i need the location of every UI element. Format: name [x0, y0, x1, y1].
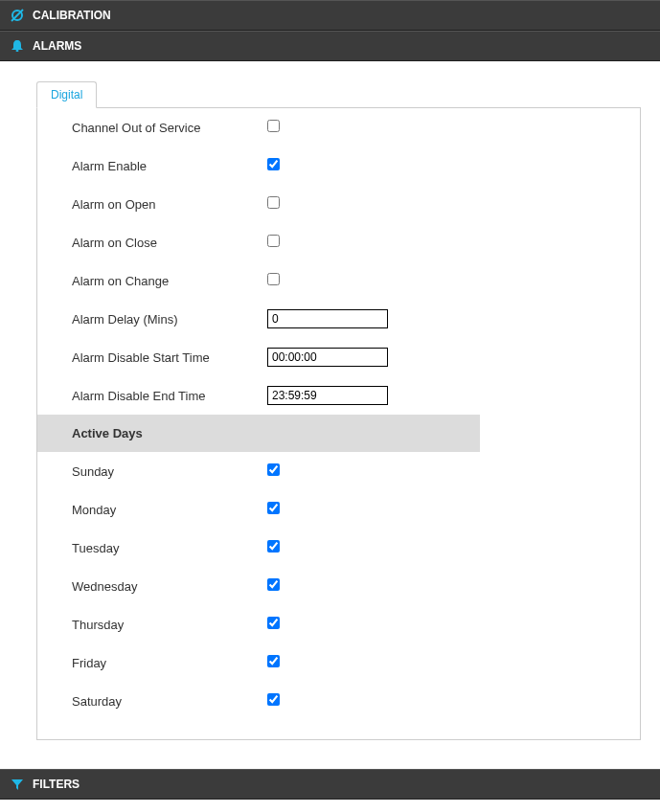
alarms-content: Digital Channel Out of Service Alarm Ena… — [0, 61, 660, 769]
checkbox-sunday[interactable] — [267, 463, 280, 476]
checkbox-monday[interactable] — [267, 502, 280, 514]
checkbox-alarm-enable[interactable] — [267, 158, 280, 170]
row-alarm-on-open: Alarm on Open — [37, 185, 640, 223]
row-alarm-on-close: Alarm on Close — [37, 223, 640, 261]
row-thursday: Thursday — [37, 605, 640, 643]
label-alarm-on-open: Alarm on Open — [72, 197, 267, 212]
tab-digital[interactable]: Digital — [36, 81, 97, 108]
row-alarm-delay: Alarm Delay (Mins) — [37, 300, 640, 338]
section-title: ALARMS — [33, 39, 81, 53]
row-saturday: Saturday — [37, 682, 640, 720]
calibration-icon — [10, 8, 25, 23]
row-friday: Friday — [37, 643, 640, 682]
label-saturday: Saturday — [72, 694, 267, 709]
label-alarm-delay: Alarm Delay (Mins) — [72, 312, 267, 327]
row-alarm-disable-end: Alarm Disable End Time — [37, 376, 640, 415]
label-wednesday: Wednesday — [72, 579, 267, 594]
checkbox-alarm-on-close[interactable] — [267, 235, 280, 247]
label-alarm-on-close: Alarm on Close — [72, 236, 267, 250]
row-channel-out-of-service: Channel Out of Service — [37, 108, 640, 147]
label-alarm-disable-start: Alarm Disable Start Time — [72, 350, 267, 365]
row-tuesday: Tuesday — [37, 529, 640, 567]
checkbox-thursday[interactable] — [267, 617, 280, 629]
label-friday: Friday — [72, 656, 267, 670]
checkbox-channel-out-of-service[interactable] — [267, 120, 280, 132]
checkbox-saturday[interactable] — [267, 693, 280, 706]
checkbox-wednesday[interactable] — [267, 578, 280, 591]
label-alarm-enable: Alarm Enable — [72, 159, 267, 173]
checkbox-tuesday[interactable] — [267, 540, 280, 553]
bell-icon — [10, 38, 25, 54]
alarms-panel: Channel Out of Service Alarm Enable Alar… — [36, 108, 641, 740]
input-alarm-disable-start[interactable] — [267, 348, 388, 367]
checkbox-alarm-on-open[interactable] — [267, 196, 280, 209]
label-alarm-on-change: Alarm on Change — [72, 274, 267, 288]
group-header-active-days: Active Days — [37, 415, 480, 452]
filter-icon — [10, 777, 25, 792]
row-wednesday: Wednesday — [37, 567, 640, 605]
label-channel-out-of-service: Channel Out of Service — [72, 121, 267, 135]
label-alarm-disable-end: Alarm Disable End Time — [72, 389, 267, 403]
checkbox-alarm-on-change[interactable] — [267, 273, 280, 285]
row-alarm-disable-start: Alarm Disable Start Time — [37, 338, 640, 376]
input-alarm-delay[interactable] — [267, 309, 388, 328]
tab-strip: Digital — [36, 80, 641, 108]
input-alarm-disable-end[interactable] — [267, 386, 388, 405]
section-bar-filters[interactable]: FILTERS — [0, 769, 660, 800]
label-tuesday: Tuesday — [72, 541, 267, 555]
row-alarm-on-change: Alarm on Change — [37, 261, 640, 300]
row-sunday: Sunday — [37, 452, 640, 490]
label-sunday: Sunday — [72, 464, 267, 479]
label-thursday: Thursday — [72, 618, 267, 632]
svg-rect-2 — [16, 50, 19, 52]
section-title: FILTERS — [33, 778, 80, 791]
row-monday: Monday — [37, 490, 640, 529]
section-bar-calibration[interactable]: CALIBRATION — [0, 0, 660, 31]
label-monday: Monday — [72, 503, 267, 517]
section-bar-alarms[interactable]: ALARMS — [0, 31, 660, 61]
checkbox-friday[interactable] — [267, 655, 280, 667]
row-alarm-enable: Alarm Enable — [37, 147, 640, 185]
section-title: CALIBRATION — [33, 9, 111, 22]
